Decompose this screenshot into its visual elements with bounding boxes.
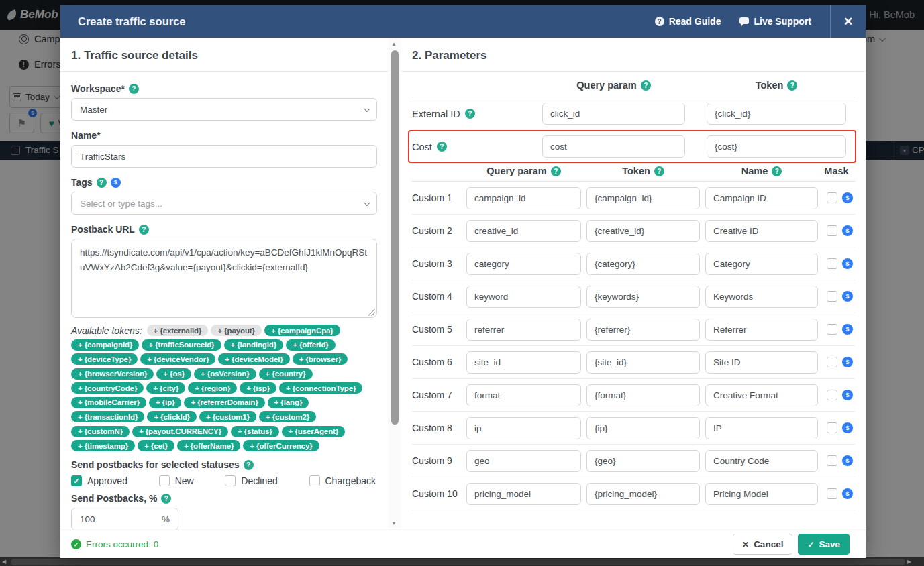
query-param-input[interactable]: referrer bbox=[466, 319, 581, 341]
token-pill[interactable]: + {isp} bbox=[240, 382, 276, 394]
live-support-link[interactable]: Live Support bbox=[739, 16, 811, 27]
scroll-right-arrow-icon[interactable] bbox=[896, 559, 922, 565]
query-param-input[interactable]: pricing_model bbox=[466, 483, 581, 505]
token-pill[interactable]: + {payout.CURRENCY} bbox=[132, 426, 228, 437]
help-icon[interactable] bbox=[551, 166, 561, 176]
token-pill[interactable]: + {browserVersion} bbox=[71, 368, 154, 380]
money-icon[interactable] bbox=[842, 422, 853, 433]
token-input[interactable]: {pricing_model} bbox=[586, 483, 700, 505]
name-input[interactable]: Keywords bbox=[705, 286, 818, 308]
send-postbacks-percent-input[interactable]: 100 % bbox=[71, 508, 178, 530]
money-icon[interactable] bbox=[842, 357, 853, 367]
name-input[interactable]: Category bbox=[705, 253, 818, 275]
save-button[interactable]: Save bbox=[798, 534, 850, 555]
mask-checkbox[interactable] bbox=[827, 225, 837, 236]
money-icon[interactable] bbox=[842, 455, 853, 466]
help-icon[interactable] bbox=[129, 84, 139, 94]
read-guide-link[interactable]: Read Guide bbox=[655, 16, 721, 27]
token-pill[interactable]: + {lang} bbox=[268, 397, 309, 408]
workspace-select[interactable]: Master bbox=[71, 98, 377, 121]
query-param-input[interactable]: creative_id bbox=[466, 220, 581, 242]
token-pill[interactable]: + {os} bbox=[156, 368, 191, 380]
horizontal-scrollbar[interactable] bbox=[0, 557, 924, 566]
mask-checkbox[interactable] bbox=[827, 455, 837, 466]
help-icon[interactable] bbox=[641, 80, 651, 91]
help-icon[interactable] bbox=[244, 460, 254, 470]
name-input[interactable]: Pricing Model bbox=[705, 483, 818, 505]
name-input[interactable]: Site ID bbox=[705, 351, 818, 374]
token-pill[interactable]: + {offerCurrency} bbox=[243, 440, 319, 451]
token-input[interactable]: {keywords} bbox=[586, 286, 700, 308]
token-pill[interactable]: + {referrerDomain} bbox=[184, 397, 264, 408]
name-input[interactable]: TrafficStars bbox=[71, 145, 377, 168]
token-pill[interactable]: + {payout} bbox=[211, 325, 262, 336]
status-checkbox-item[interactable]: Approved bbox=[71, 475, 127, 486]
help-icon[interactable] bbox=[437, 142, 447, 152]
token-pill[interactable]: + {campaignCpa} bbox=[264, 325, 340, 336]
token-pill[interactable]: + {landingId} bbox=[224, 339, 284, 351]
query-param-input[interactable]: category bbox=[466, 253, 581, 275]
money-icon[interactable] bbox=[842, 390, 853, 400]
money-icon[interactable] bbox=[842, 291, 853, 302]
token-pill[interactable]: + {customN} bbox=[71, 426, 130, 437]
name-input[interactable]: Country Code bbox=[705, 450, 818, 472]
token-input[interactable]: {referrer} bbox=[586, 319, 700, 341]
token-pill[interactable]: + {city} bbox=[146, 382, 185, 394]
vertical-scrollbar[interactable] bbox=[388, 38, 401, 530]
token-pill[interactable]: + {browser} bbox=[293, 353, 348, 365]
token-input[interactable]: {creative_id} bbox=[586, 220, 700, 242]
status-checkbox-item[interactable]: New bbox=[159, 475, 194, 486]
query-param-input[interactable]: site_id bbox=[466, 351, 581, 374]
token-pill[interactable]: + {ip} bbox=[149, 397, 181, 408]
token-pill[interactable]: + {offerName} bbox=[177, 440, 240, 451]
mask-checkbox[interactable] bbox=[827, 258, 837, 269]
query-param-input[interactable]: ip bbox=[466, 417, 581, 439]
query-param-input[interactable]: format bbox=[466, 384, 581, 406]
token-pill[interactable]: + {externalId} bbox=[147, 325, 209, 336]
token-input[interactable]: {click_id} bbox=[707, 103, 846, 125]
help-icon[interactable] bbox=[654, 166, 664, 176]
query-param-input[interactable]: keyword bbox=[466, 286, 581, 308]
name-input[interactable]: Creative ID bbox=[705, 220, 818, 242]
token-pill[interactable]: + {clickId} bbox=[147, 411, 197, 422]
token-input[interactable]: {site_id} bbox=[586, 351, 700, 374]
mask-checkbox[interactable] bbox=[827, 422, 837, 433]
token-pill[interactable]: + {status} bbox=[231, 426, 279, 437]
money-icon[interactable] bbox=[842, 488, 853, 499]
close-button[interactable] bbox=[831, 5, 866, 38]
money-icon[interactable] bbox=[842, 192, 853, 203]
help-icon[interactable] bbox=[772, 166, 782, 176]
status-checkbox[interactable] bbox=[225, 475, 236, 486]
token-input[interactable]: {format} bbox=[586, 384, 700, 406]
query-param-input[interactable]: geo bbox=[466, 450, 581, 472]
help-icon[interactable] bbox=[97, 178, 107, 188]
token-pill[interactable]: + {deviceModel} bbox=[218, 353, 289, 365]
money-icon[interactable] bbox=[842, 258, 853, 269]
token-input[interactable]: {cost} bbox=[707, 135, 846, 158]
token-pill[interactable]: + {deviceType} bbox=[71, 353, 138, 365]
mask-checkbox[interactable] bbox=[827, 324, 837, 335]
token-pill[interactable]: + {osVersion} bbox=[194, 368, 256, 380]
query-param-input[interactable]: campaign_id bbox=[466, 187, 581, 209]
token-pill[interactable]: + {custom2} bbox=[259, 411, 316, 422]
token-pill[interactable]: + {offerId} bbox=[286, 339, 336, 351]
mask-checkbox[interactable] bbox=[827, 291, 837, 302]
token-input[interactable]: {ip} bbox=[586, 417, 700, 439]
tags-select[interactable]: Select or type tags... bbox=[71, 192, 377, 215]
query-param-input[interactable]: cost bbox=[542, 135, 685, 158]
help-icon[interactable] bbox=[139, 225, 149, 235]
postback-url-textarea[interactable]: https://tsyndicate.com/api/v1/cpa/action… bbox=[71, 239, 377, 318]
token-input[interactable]: {category} bbox=[586, 253, 700, 275]
token-input[interactable]: {campaign_id} bbox=[586, 187, 700, 209]
mask-checkbox[interactable] bbox=[827, 192, 837, 203]
cancel-button[interactable]: Cancel bbox=[733, 534, 792, 555]
token-pill[interactable]: + {campaignId} bbox=[71, 339, 139, 351]
status-checkbox-item[interactable]: Chargeback bbox=[309, 475, 376, 486]
token-pill[interactable]: + {region} bbox=[188, 382, 237, 394]
mask-checkbox[interactable] bbox=[827, 357, 837, 367]
token-pill[interactable]: + {userAgent} bbox=[282, 426, 345, 437]
token-input[interactable]: {geo} bbox=[586, 450, 700, 472]
status-checkbox[interactable] bbox=[309, 475, 320, 486]
token-pill[interactable]: + {custom1} bbox=[199, 411, 256, 422]
token-pill[interactable]: + {countryCode} bbox=[71, 382, 144, 394]
